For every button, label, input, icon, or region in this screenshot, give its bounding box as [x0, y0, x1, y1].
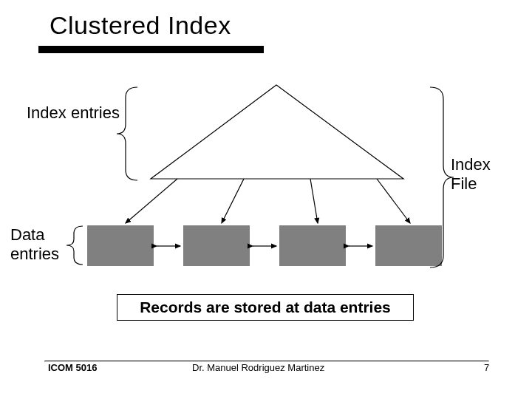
arrow-to-block-1 — [126, 179, 177, 223]
arrow-to-block-4 — [377, 179, 410, 223]
data-block-2 — [183, 225, 250, 266]
footer-center: Dr. Manuel Rodriguez Martinez — [192, 362, 324, 373]
footer-left: ICOM 5016 — [48, 362, 97, 373]
data-block-1 — [87, 225, 154, 266]
label-data-entries: Data entries — [10, 225, 59, 265]
bracket-index-entries — [117, 87, 137, 180]
label-index-entries: Index entries — [27, 103, 120, 123]
arrow-to-block-2 — [222, 179, 244, 223]
footer-page: 7 — [484, 362, 489, 373]
clustered-index-diagram — [0, 0, 532, 399]
label-index-file: Index File — [451, 155, 491, 194]
data-block-4 — [375, 225, 442, 266]
bracket-data-entries — [66, 226, 83, 265]
caption-box: Records are stored at data entries — [117, 294, 414, 321]
index-tree-triangle — [151, 85, 403, 179]
arrow-to-block-3 — [310, 179, 318, 223]
caption-text: Records are stored at data entries — [140, 299, 391, 316]
data-block-3 — [279, 225, 346, 266]
